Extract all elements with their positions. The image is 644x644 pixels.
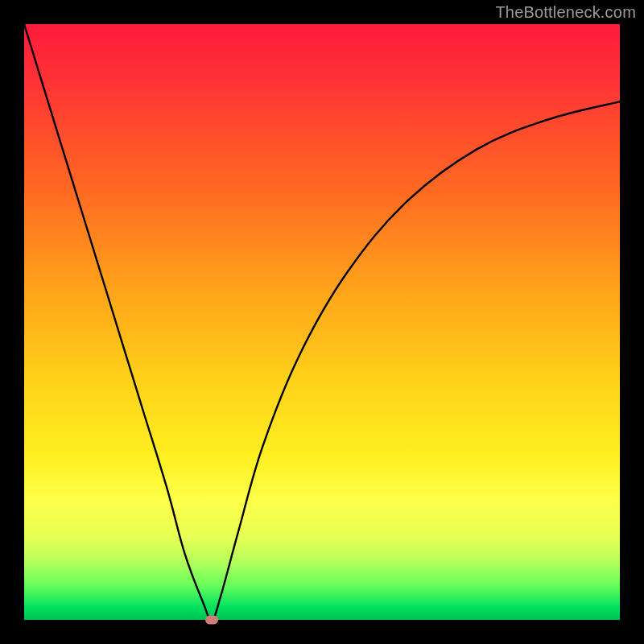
chart-frame: TheBottleneck.com	[0, 0, 644, 644]
optimal-marker	[205, 616, 218, 625]
bottleneck-curve	[24, 24, 620, 620]
watermark-text: TheBottleneck.com	[495, 3, 636, 22]
curve-svg	[24, 24, 620, 620]
plot-area	[24, 24, 620, 620]
